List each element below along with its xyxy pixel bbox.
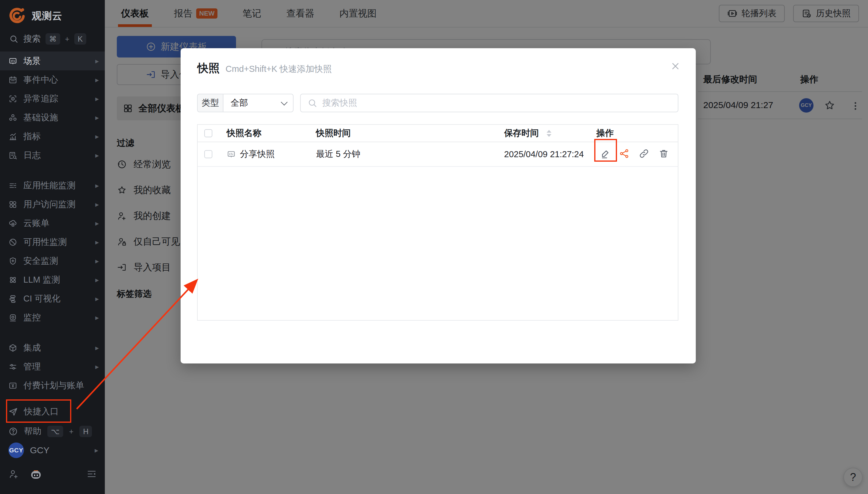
column-header-label: 保存时间 — [504, 127, 539, 139]
chevron-right-icon: ▸ — [95, 76, 99, 84]
chevron-right-icon: ▸ — [95, 294, 99, 303]
chevron-right-icon: ▸ — [95, 219, 99, 228]
brand-name: 观测云 — [32, 9, 62, 23]
pipeline-icon — [8, 294, 17, 303]
invite-user-icon[interactable] — [8, 469, 19, 479]
paper-plane-icon — [8, 407, 18, 416]
sidebar-item-calendar[interactable]: 事件中心▸ — [0, 70, 105, 89]
sidebar-item-label: LLM 监测 — [23, 274, 60, 286]
sidebar-user[interactable]: GCY GCY ▸ — [0, 441, 105, 460]
pencil-icon — [600, 148, 611, 159]
sidebar-item-label: 应用性能监测 — [23, 179, 75, 192]
trash-icon — [658, 148, 669, 159]
chevron-right-icon: ▸ — [95, 151, 99, 159]
snapshot-modal: 快照 Cmd+Shift+K 快速添加快照 类型 全部 搜索快照 快照名称快照时… — [181, 48, 696, 363]
sidebar-item-label: 事件中心 — [23, 74, 58, 86]
sidebar-item-quick-entry[interactable]: 快捷入口 — [0, 401, 105, 422]
snapshot-name-cell: 分享快照 — [227, 148, 275, 160]
sharenodes-icon — [619, 148, 629, 159]
sidebar-item-billing[interactable]: 付费计划与账单 — [0, 376, 105, 395]
sidebar-item-label: 异常追踪 — [23, 93, 58, 105]
column-header: 快照名称 — [227, 127, 262, 139]
sidebar-item-label: 监控 — [23, 312, 41, 324]
share-action[interactable] — [619, 148, 629, 160]
quick-entry-label: 快捷入口 — [24, 406, 59, 418]
close-icon[interactable] — [670, 61, 681, 72]
sidebar-item-shieldplus[interactable]: 安全监测▸ — [0, 251, 105, 270]
saved-time-cell: 2025/04/09 21:27:24 — [504, 149, 584, 159]
sidebar-item-logsearch[interactable]: 日志▸ — [0, 146, 105, 165]
camera-icon — [8, 313, 17, 322]
edit-action[interactable] — [600, 148, 611, 160]
calendar-icon — [8, 75, 17, 84]
chevron-right-icon: ▸ — [95, 257, 99, 265]
cloudbill-icon — [8, 219, 17, 228]
linkchain-icon — [639, 148, 649, 159]
table-row: 分享快照最近 5 分钟2025/04/09 21:27:24 — [198, 142, 678, 167]
chevron-right-icon: ▸ — [95, 238, 99, 246]
chart-icon — [8, 132, 17, 141]
search-icon — [307, 98, 318, 108]
atom-icon — [8, 276, 17, 284]
sidebar-item-scan[interactable]: 异常追踪▸ — [0, 89, 105, 108]
sidebar: 观测云 搜索 ⌘ + K 场景▸事件中心▸异常追踪▸基础设施▸指标▸日志▸应用性… — [0, 0, 105, 494]
select-all-checkbox[interactable] — [204, 129, 212, 137]
sidebar-item-help[interactable]: 帮助 ⌥ + H — [0, 423, 105, 440]
sidebar-item-label: 用户访问监测 — [23, 198, 75, 210]
cube-icon — [8, 343, 17, 353]
row-checkbox[interactable] — [204, 150, 212, 158]
column-header-label: 快照时间 — [316, 127, 351, 139]
hexes-icon — [8, 113, 17, 122]
sidebar-item-slashcircle[interactable]: 可用性监测▸ — [0, 233, 105, 251]
modal-subtitle: Cmd+Shift+K 快速添加快照 — [226, 63, 332, 75]
sidebar-item-hexes[interactable]: 基础设施▸ — [0, 108, 105, 127]
sidebar-item-pipeline[interactable]: CI 可视化▸ — [0, 289, 105, 308]
billing-icon — [8, 381, 17, 390]
logsearch-icon — [8, 151, 17, 160]
sidebar-item-cube[interactable]: 集成▸ — [0, 338, 105, 357]
user-name: GCY — [30, 445, 50, 455]
chevron-right-icon: ▸ — [95, 446, 98, 455]
type-filter: 类型 全部 — [197, 94, 294, 112]
sidebar-item-cloudbill[interactable]: 云账单▸ — [0, 214, 105, 233]
sidebar-item-rum[interactable]: 用户访问监测▸ — [0, 195, 105, 214]
chevron-right-icon: ▸ — [95, 314, 99, 322]
sidebar-item-label: 基础设施 — [23, 112, 58, 124]
sidebar-item-label: 管理 — [23, 361, 41, 373]
sidebar-item-chart[interactable]: 指标▸ — [0, 127, 105, 146]
sidebar-search[interactable]: 搜索 ⌘ + K — [0, 29, 105, 49]
sidebar-item-label: 安全监测 — [23, 255, 58, 267]
help-icon — [8, 426, 18, 436]
collapse-sidebar-icon[interactable] — [86, 469, 97, 479]
delete-action[interactable] — [658, 148, 669, 160]
help-label: 帮助 — [24, 425, 41, 437]
column-header: 操作 — [596, 127, 614, 139]
column-header: 保存时间 — [504, 127, 551, 139]
sidebar-item-sliders[interactable]: 管理▸ — [0, 357, 105, 376]
sidebar-item-atom[interactable]: LLM 监测▸ — [0, 270, 105, 289]
sidebar-item-camera[interactable]: 监控▸ — [0, 308, 105, 327]
sort-icon[interactable] — [547, 130, 551, 137]
sidebar-item-label: 集成 — [23, 342, 41, 354]
assistant-robot-icon[interactable] — [29, 467, 43, 481]
snapshot-search-input[interactable]: 搜索快照 — [300, 94, 678, 112]
chevron-right-icon: ▸ — [95, 113, 99, 122]
avatar: GCY — [8, 442, 24, 458]
chevron-right-icon: ▸ — [95, 132, 99, 141]
sidebar-item-monitor[interactable]: 场景▸ — [0, 52, 105, 70]
sidebar-item-label: 场景 — [23, 55, 41, 67]
sidebar-item-label: 云账单 — [23, 217, 50, 229]
type-select[interactable]: 全部 — [223, 94, 294, 112]
sidebar-bottom-bar — [0, 463, 105, 484]
monitor-icon — [227, 150, 236, 159]
chevron-right-icon: ▸ — [95, 276, 99, 284]
copy-link-action[interactable] — [639, 148, 649, 160]
table-header-row: 快照名称快照时间保存时间操作 — [198, 125, 678, 142]
sidebar-item-label: CI 可视化 — [23, 293, 60, 305]
brand-row: 观测云 — [0, 0, 105, 29]
kbd-option: ⌥ — [47, 426, 63, 437]
sidebar-item-apm[interactable]: 应用性能监测▸ — [0, 176, 105, 195]
kbd-cmd: ⌘ — [45, 33, 60, 44]
chevron-right-icon: ▸ — [95, 95, 99, 103]
sidebar-item-label: 日志 — [23, 149, 41, 162]
